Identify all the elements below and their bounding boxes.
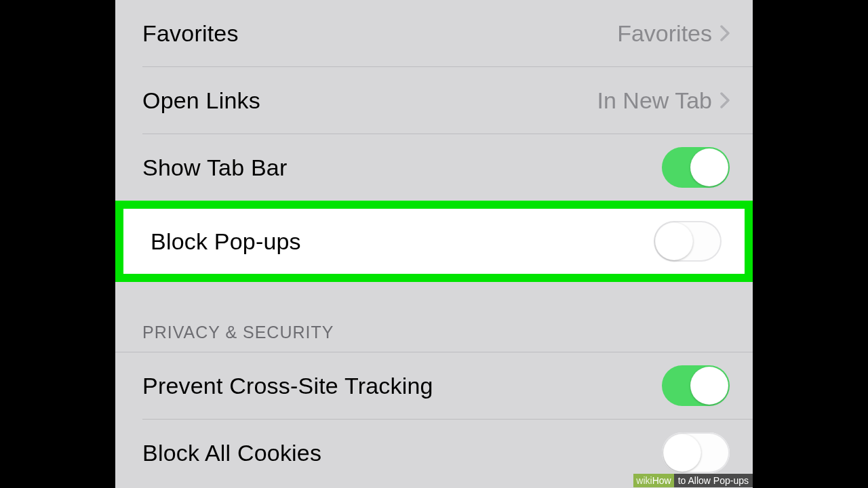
open-links-value-wrap: In New Tab (597, 87, 730, 114)
toggle-knob (690, 148, 728, 186)
prevent-tracking-toggle[interactable] (662, 365, 730, 406)
open-links-value: In New Tab (597, 87, 712, 114)
watermark-brand: wikiHow (633, 474, 673, 487)
chevron-right-icon (720, 25, 730, 41)
watermark: wikiHow to Allow Pop-ups (633, 473, 753, 488)
toggle-knob (690, 367, 728, 405)
toggle-knob (655, 222, 693, 260)
settings-list: Favorites Favorites Open Links In New Ta… (115, 0, 753, 486)
section-gap (115, 282, 753, 323)
privacy-section-header: PRIVACY & SECURITY (115, 323, 753, 352)
show-tab-bar-toggle[interactable] (662, 147, 730, 188)
favorites-value-wrap: Favorites (617, 20, 730, 47)
toggle-knob (663, 434, 701, 472)
block-popups-label: Block Pop-ups (151, 228, 301, 255)
chevron-right-icon (720, 92, 730, 108)
block-popups-toggle[interactable] (654, 221, 722, 262)
prevent-tracking-label: Prevent Cross-Site Tracking (142, 373, 433, 399)
favorites-value: Favorites (617, 20, 712, 47)
highlight-block-popups: Block Pop-ups (115, 201, 753, 282)
row-open-links[interactable]: Open Links In New Tab (115, 67, 753, 134)
settings-screen: Favorites Favorites Open Links In New Ta… (115, 0, 753, 488)
row-prevent-tracking: Prevent Cross-Site Tracking (115, 352, 753, 419)
watermark-title: to Allow Pop-ups (674, 474, 753, 487)
open-links-label: Open Links (142, 87, 260, 114)
block-cookies-toggle[interactable] (662, 432, 730, 473)
row-show-tab-bar: Show Tab Bar (115, 134, 753, 201)
favorites-label: Favorites (142, 20, 239, 47)
block-cookies-label: Block All Cookies (142, 440, 321, 466)
row-favorites[interactable]: Favorites Favorites (115, 0, 753, 66)
show-tab-bar-label: Show Tab Bar (142, 155, 287, 181)
row-block-popups: Block Pop-ups (123, 209, 745, 274)
